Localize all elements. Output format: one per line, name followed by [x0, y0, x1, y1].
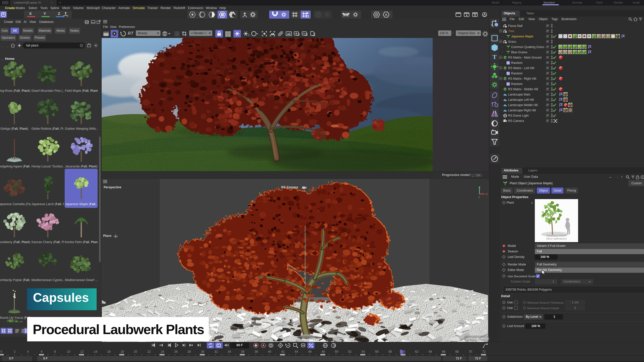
- svg-text:Japanese Maple: Japanese Maple: [546, 234, 567, 237]
- svg-text:G: G: [248, 34, 250, 36]
- svg-text:T: T: [493, 54, 497, 60]
- svg-text:PV: PV: [303, 32, 306, 35]
- svg-text:RGB: RGB: [163, 33, 167, 35]
- svg-text:Z: Z: [478, 196, 480, 199]
- svg-text:A: A: [262, 344, 264, 347]
- svg-text:A: A: [385, 13, 387, 17]
- svg-text:(Acer palmatum): (Acer palmatum): [546, 237, 567, 240]
- svg-text:X: X: [486, 193, 488, 196]
